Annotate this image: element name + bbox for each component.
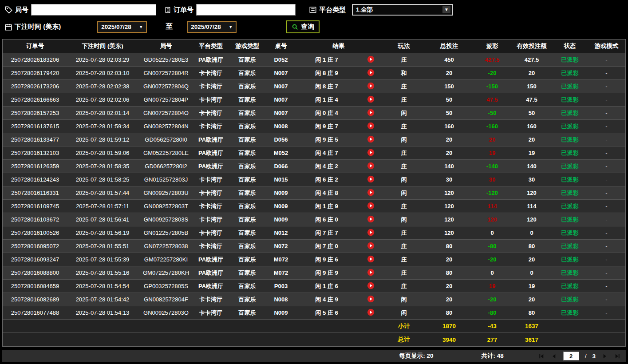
cell-total-bet: 120: [425, 203, 473, 210]
platform-type-select[interactable]: 1.全部 ▼: [352, 4, 453, 16]
table-row: 2507280160932472025-07-28 01:55:39GM0722…: [3, 253, 625, 266]
cell-status: 已派彩: [552, 176, 588, 184]
play-replay-button[interactable]: [367, 109, 375, 116]
cell-total-bet: 30: [425, 176, 473, 183]
first-page-button[interactable]: [538, 353, 545, 360]
cell-payout: -50: [473, 110, 511, 116]
last-page-button[interactable]: [614, 353, 620, 360]
play-replay-button[interactable]: [367, 55, 375, 63]
play-replay-button[interactable]: [367, 282, 375, 289]
play-replay-button[interactable]: [367, 255, 375, 263]
cell-game-type: 百家乐: [227, 296, 267, 304]
play-replay-button[interactable]: [367, 295, 375, 303]
cell-bet-time: 2025-07-28 01:57:11: [67, 203, 138, 210]
cell-valid-bet: 0: [511, 229, 552, 236]
play-replay-button[interactable]: [367, 229, 375, 236]
table-row: 2507280160950722025-07-28 01:55:51GN0722…: [3, 240, 625, 253]
play-replay-button[interactable]: [367, 135, 375, 143]
header-status: 状态: [552, 42, 588, 50]
cell-valid-bet: 20: [511, 296, 552, 303]
play-replay-button[interactable]: [367, 189, 375, 196]
play-replay-button[interactable]: [367, 82, 375, 90]
cell-table-no: D066: [267, 163, 295, 170]
cell-round-id: GP0032572805S: [138, 283, 194, 289]
cell-bet-time: 2025-07-28 01:55:51: [67, 243, 138, 249]
play-replay-button[interactable]: [367, 175, 375, 183]
cell-status: 已派彩: [552, 296, 588, 304]
cell-status: 已派彩: [552, 149, 588, 157]
cell-table-no: N009: [267, 203, 295, 210]
cell-platform: 卡卡湾厅: [194, 123, 227, 131]
cell-game-mode: -: [588, 309, 625, 316]
cell-result: 闲 6 庄 2: [295, 176, 359, 184]
cell-result: 闲 8 庄 7: [295, 83, 359, 91]
play-replay-button[interactable]: [367, 162, 375, 170]
play-replay-button[interactable]: [367, 69, 375, 76]
cell-payout: 114: [473, 203, 511, 210]
cell-round-id: GN0092572803T: [138, 203, 194, 210]
cell-payout: -20: [473, 70, 511, 76]
chevron-down-icon: ▼: [229, 25, 233, 29]
bet-time-label: 下注时间 (美东): [15, 23, 61, 31]
cell-table-no: M072: [267, 256, 295, 263]
next-page-button[interactable]: [601, 353, 608, 360]
play-replay-button[interactable]: [367, 309, 375, 316]
play-replay-button[interactable]: [367, 269, 375, 276]
cell-result: 闲 8 庄 9: [295, 69, 359, 77]
cell-game-type: 百家乐: [227, 282, 267, 290]
cell-table-no: N007: [267, 83, 295, 90]
cell-status: 已派彩: [552, 136, 588, 144]
cell-play-type: 闲: [383, 189, 425, 197]
cell-total-bet: 450: [425, 56, 473, 63]
cell-table-no: M052: [267, 150, 295, 156]
order-number-input[interactable]: [196, 4, 296, 16]
query-button-label: 查询: [301, 23, 314, 31]
date-to-picker[interactable]: 2025/07/28 ▼: [187, 21, 237, 33]
cell-play-type: 庄: [383, 56, 425, 64]
date-from-picker[interactable]: 2025/07/28 ▼: [97, 21, 147, 33]
table-row: 2507280261794202025-07-28 02:03:10GN0072…: [3, 67, 625, 80]
header-platform: 平台类型: [194, 42, 227, 50]
play-replay-button[interactable]: [367, 149, 375, 156]
page-separator: /: [585, 353, 587, 360]
play-replay-button[interactable]: [367, 242, 375, 249]
cell-platform: 卡卡湾厅: [194, 83, 227, 91]
cell-bet-time: 2025-07-28 01:54:54: [67, 283, 138, 289]
date-from-value: 2025/07/28: [101, 24, 131, 30]
filter-bar-top: 局号 订单号 平台类型 1.全部 ▼: [0, 0, 628, 17]
header-game-type: 游戏类型: [227, 42, 267, 50]
cell-payout: 47.5: [473, 96, 511, 103]
cell-bet-time: 2025-07-28 01:55:16: [67, 269, 138, 276]
cell-valid-bet: 120: [511, 216, 552, 223]
cell-table-no: N072: [267, 243, 295, 249]
cell-order-id: 250728016137615: [3, 123, 67, 130]
cell-table-no: N009: [267, 190, 295, 196]
cell-status: 已派彩: [552, 282, 588, 290]
round-number-input[interactable]: [31, 4, 156, 16]
cell-valid-bet: 114: [511, 203, 552, 210]
play-replay-button[interactable]: [367, 215, 375, 223]
cell-game-mode: -: [588, 150, 625, 156]
cell-table-no: N008: [267, 296, 295, 303]
cell-replay: [359, 229, 383, 237]
cell-payout: -140: [473, 163, 511, 170]
play-replay-button[interactable]: [367, 202, 375, 210]
play-replay-button[interactable]: [367, 122, 375, 130]
page-number-input[interactable]: [563, 352, 579, 360]
cell-platform: 卡卡湾厅: [194, 109, 227, 117]
prev-page-button[interactable]: [551, 353, 557, 360]
header-bet-time: 下注时间 (美东): [67, 42, 138, 50]
cell-status: 已派彩: [552, 123, 588, 131]
cell-result: 闲 1 庄 7: [295, 56, 359, 64]
query-button[interactable]: 查询: [286, 20, 320, 33]
play-replay-button[interactable]: [367, 95, 375, 103]
cell-replay: [359, 82, 383, 91]
cell-result: 闲 4 庄 8: [295, 189, 359, 197]
cell-bet-time: 2025-07-28 02:02:06: [67, 96, 138, 103]
chevron-down-icon: ▼: [442, 6, 450, 13]
cell-result: 闲 1 庄 4: [295, 96, 359, 104]
cell-round-id: GN0082572804N: [138, 123, 194, 130]
bet-records-table: 订单号 下注时间 (美东) 局号 平台类型 游戏类型 桌号 结果 玩法 总投注 …: [2, 39, 626, 347]
cell-replay: [359, 255, 383, 264]
cell-total-bet: 80: [425, 309, 473, 316]
